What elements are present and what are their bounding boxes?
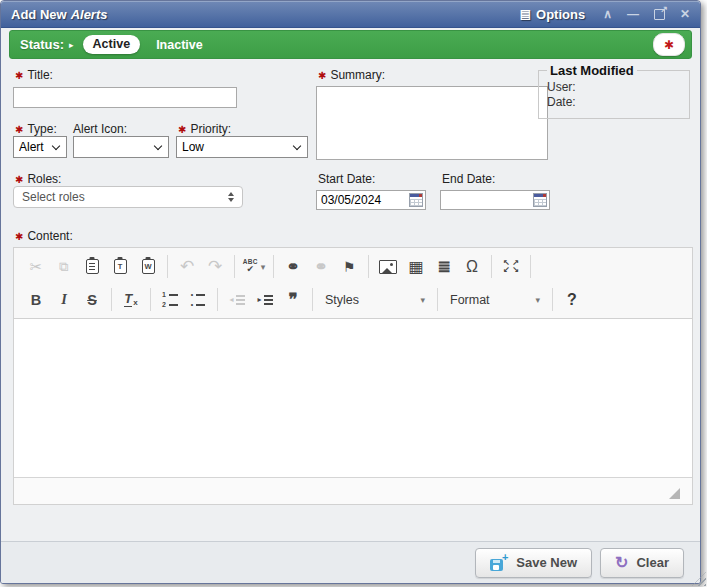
type-select-control[interactable]: Alert (13, 136, 67, 158)
toolbar-separator (273, 255, 274, 278)
numbered-list-icon[interactable]: 12 (158, 287, 182, 312)
clear-button[interactable]: ↻ Clear (600, 548, 684, 578)
dialog-title: Add NewAlerts (11, 7, 107, 22)
priority-label: ✱Priority: (178, 122, 231, 136)
required-asterisk-icon: ✱ (15, 174, 23, 185)
editor-toolbar-row-1: ✂ ⧉ T W ↶ ↷ ABC✔▾ ⚭ ⚭ ⚑ ▦ ≣ Ω (18, 250, 688, 283)
dialog-footer: + Save New ↻ Clear (1, 541, 700, 583)
image-icon[interactable] (376, 254, 400, 279)
calendar-icon[interactable] (409, 193, 423, 207)
paste-icon[interactable] (80, 254, 104, 279)
required-asterisk-icon: ✱ (178, 124, 186, 135)
roles-placeholder: Select roles (22, 190, 85, 204)
format-dropdown[interactable]: Format▾ (443, 288, 547, 312)
styles-dropdown[interactable]: Styles▾ (318, 288, 432, 312)
required-asterisk-icon: ✱ (15, 70, 23, 81)
toolbar-separator (111, 288, 112, 311)
chevron-down-icon: ▾ (535, 295, 540, 305)
last-modified-date: Date: (547, 95, 681, 109)
updown-arrows-icon (228, 192, 234, 202)
clear-label: Clear (636, 555, 669, 570)
undo-icon[interactable]: ↶ (175, 254, 199, 279)
end-date-field (440, 190, 550, 210)
save-new-button[interactable]: + Save New (475, 548, 592, 578)
bulleted-list-icon[interactable]: •• (186, 287, 210, 312)
toolbar-separator (530, 255, 531, 278)
toolbar-separator (217, 288, 218, 311)
decrease-indent-icon[interactable]: ◂ (225, 287, 249, 312)
spell-check-icon[interactable]: ABC✔▾ (242, 254, 266, 279)
toolbar-separator (150, 288, 151, 311)
help-icon[interactable]: ? (560, 287, 584, 312)
alert-icon-label: Alert Icon: (73, 122, 127, 136)
remove-format-icon[interactable]: Tx (119, 287, 143, 312)
cut-icon[interactable]: ✂ (24, 254, 48, 279)
summary-label: ✱Summary: (318, 68, 385, 82)
redo-icon[interactable]: ↷ (203, 254, 227, 279)
table-icon[interactable]: ▦ (404, 254, 428, 279)
dialog-titlebar[interactable]: Add NewAlerts ▤ Options ∧ — ↗ ✕ (1, 1, 700, 28)
editor-toolbar: ✂ ⧉ T W ↶ ↷ ABC✔▾ ⚭ ⚭ ⚑ ▦ ≣ Ω (14, 248, 692, 319)
roles-select[interactable]: Select roles (13, 186, 243, 208)
alert-icon-select-control[interactable] (73, 136, 169, 158)
type-label: ✱Type: (15, 122, 57, 136)
save-icon: + (490, 554, 508, 571)
minimize-icon[interactable]: — (627, 8, 639, 20)
calendar-icon[interactable] (533, 193, 547, 207)
end-date-input[interactable] (441, 193, 533, 207)
type-select[interactable]: Alert (13, 136, 67, 158)
last-modified-user: User: (547, 80, 681, 94)
tab-inactive[interactable]: Inactive (156, 38, 203, 52)
start-date-field (316, 190, 426, 210)
options-button[interactable]: ▤ Options (520, 7, 585, 22)
priority-select[interactable]: Low (176, 136, 308, 158)
editor-resize-grip-icon[interactable] (669, 488, 680, 499)
collapse-icon[interactable]: ∧ (603, 8, 612, 20)
copy-icon[interactable]: ⧉ (52, 254, 76, 279)
link-icon[interactable]: ⚭ (281, 254, 305, 279)
add-new-alerts-dialog: Add NewAlerts ▤ Options ∧ — ↗ ✕ Status: … (0, 0, 701, 584)
horizontal-rule-icon[interactable]: ≣ (432, 254, 456, 279)
bold-icon[interactable]: B (24, 287, 48, 312)
toolbar-separator (437, 288, 438, 311)
alert-icon-select[interactable] (73, 136, 169, 158)
status-label: Status: (20, 37, 64, 52)
close-icon[interactable]: ✕ (680, 8, 690, 20)
required-legend-button[interactable]: ✱ (653, 33, 685, 56)
roles-label: ✱Roles: (15, 172, 61, 186)
anchor-flag-icon[interactable]: ⚑ (337, 254, 361, 279)
toolbar-separator (312, 288, 313, 311)
editor-content-area[interactable] (14, 319, 692, 477)
toolbar-separator (167, 255, 168, 278)
required-asterisk-icon: ✱ (15, 124, 23, 135)
maximize-icon[interactable]: ↖↗↙↘ (499, 254, 523, 279)
required-asterisk-icon: ✱ (15, 231, 23, 242)
strikethrough-icon[interactable]: S (80, 287, 104, 312)
refresh-icon: ↻ (615, 555, 628, 571)
required-asterisk-icon: ✱ (664, 38, 674, 52)
dialog-title-prefix: Add New (11, 7, 67, 22)
paste-as-text-icon[interactable]: T (108, 254, 132, 279)
title-input[interactable] (13, 87, 237, 108)
dialog-title-emphasis: Alerts (71, 7, 108, 22)
tab-active[interactable]: Active (83, 35, 141, 54)
last-modified-panel: Last Modified User: Date: (538, 63, 690, 119)
toolbar-separator (491, 255, 492, 278)
status-bar: Status: ▸ Active Inactive ✱ (9, 30, 692, 59)
priority-select-control[interactable]: Low (176, 136, 308, 158)
special-character-icon[interactable]: Ω (460, 254, 484, 279)
options-label: Options (536, 7, 585, 22)
paste-from-word-icon[interactable]: W (136, 254, 160, 279)
start-date-label: Start Date: (318, 172, 375, 186)
italic-icon[interactable]: I (52, 287, 76, 312)
popout-icon[interactable]: ↗ (654, 9, 665, 20)
unlink-icon[interactable]: ⚭ (309, 254, 333, 279)
toolbar-separator (552, 288, 553, 311)
last-modified-legend: Last Modified (547, 63, 637, 78)
blockquote-icon[interactable]: ❞ (281, 287, 305, 312)
title-label: ✱Title: (15, 68, 53, 82)
increase-indent-icon[interactable]: ▸ (253, 287, 277, 312)
required-asterisk-icon: ✱ (318, 70, 326, 81)
summary-textarea[interactable] (316, 86, 548, 160)
start-date-input[interactable] (317, 193, 409, 207)
